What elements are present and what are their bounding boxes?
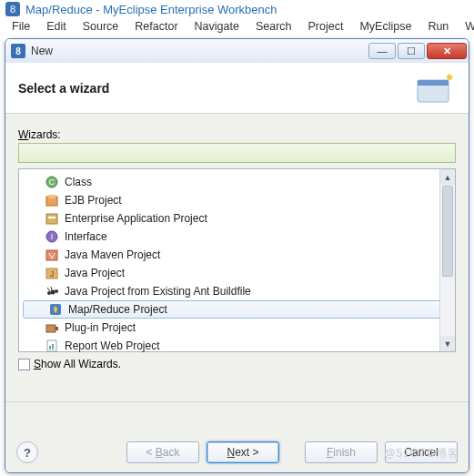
mapreduce-icon xyxy=(48,302,63,317)
class-icon: C xyxy=(45,175,59,189)
wizards-label: Wizards: xyxy=(18,128,456,141)
svg-point-17 xyxy=(51,290,55,295)
maven-icon xyxy=(45,248,59,262)
wizard-tree: CClassEJB ProjectEnterprise Application … xyxy=(18,168,456,352)
menu-search[interactable]: Search xyxy=(247,18,300,35)
java-icon: J xyxy=(45,266,59,280)
show-all-row: Show All Wizards. xyxy=(18,358,456,370)
wizard-item-label: Java Maven Project xyxy=(65,248,160,261)
menu-edit[interactable]: Edit xyxy=(38,18,75,35)
wizard-item-label: Report Web Project xyxy=(65,339,160,352)
new-wizard-dialog: 8 New — ☐ ✕ Select a wizard Wizards: CCl… xyxy=(5,38,469,473)
cancel-button[interactable]: Cancel xyxy=(385,441,458,463)
app-icon: 8 xyxy=(5,2,20,16)
menu-project[interactable]: Project xyxy=(300,18,352,35)
svg-point-18 xyxy=(55,289,58,293)
svg-point-16 xyxy=(47,291,51,295)
show-all-checkbox[interactable] xyxy=(18,359,30,370)
close-button[interactable]: ✕ xyxy=(427,43,467,59)
svg-rect-23 xyxy=(55,327,58,330)
svg-text:C: C xyxy=(49,177,55,187)
svg-line-19 xyxy=(47,288,50,291)
wizard-icon xyxy=(416,71,456,106)
wizard-item-label: Class xyxy=(65,176,92,188)
dialog-title: New xyxy=(31,45,363,57)
svg-rect-8 xyxy=(48,195,55,198)
wizard-item[interactable]: EJB Project xyxy=(19,191,455,209)
report-icon xyxy=(45,339,59,353)
ide-titlebar: 8 Map/Reduce - MyEclipse Enterprise Work… xyxy=(0,0,474,18)
plugin-icon xyxy=(45,320,59,335)
svg-rect-3 xyxy=(418,80,449,86)
scroll-up-arrow[interactable]: ▲ xyxy=(440,169,455,185)
scroll-thumb[interactable] xyxy=(442,186,453,277)
ide-title-text: Map/Reduce - MyEclipse Enterprise Workbe… xyxy=(25,3,277,16)
menu-window[interactable]: Window xyxy=(457,18,474,35)
wizard-item[interactable]: IInterface xyxy=(19,228,455,246)
back-button[interactable]: < Back xyxy=(126,441,199,463)
wizard-item-label: Java Project from Existing Ant Buildfile xyxy=(65,285,251,298)
wizard-item-label: Enterprise Application Project xyxy=(65,212,207,225)
dialog-banner: Select a wizard xyxy=(5,63,469,114)
wizard-item-label: Interface xyxy=(65,230,107,243)
scroll-down-arrow[interactable]: ▼ xyxy=(440,336,455,351)
menu-file[interactable]: File xyxy=(4,18,38,35)
wizard-item-label: Map/Reduce Project xyxy=(68,303,167,316)
wizard-item-label: Plug-in Project xyxy=(65,321,136,334)
menu-navigate[interactable]: Navigate xyxy=(187,18,247,35)
svg-text:J: J xyxy=(50,269,55,279)
wizard-item[interactable]: Java Project from Existing Ant Buildfile xyxy=(19,282,455,300)
wizard-item[interactable]: Enterprise Application Project xyxy=(19,209,455,228)
svg-rect-26 xyxy=(52,344,54,349)
svg-rect-25 xyxy=(49,346,51,349)
menu-refactor[interactable]: Refactor xyxy=(126,18,186,35)
menu-source[interactable]: Source xyxy=(75,18,127,35)
wizard-item[interactable]: Plug-in Project xyxy=(19,319,455,337)
wizard-item[interactable]: Java Maven Project xyxy=(19,246,455,264)
ant-icon xyxy=(45,284,59,299)
svg-rect-22 xyxy=(46,325,55,332)
wizard-item[interactable]: CClass xyxy=(19,173,455,191)
show-all-label[interactable]: Show All Wizards. xyxy=(34,358,121,370)
svg-text:8: 8 xyxy=(10,4,15,15)
wizard-item[interactable]: Map/Reduce Project xyxy=(23,300,451,319)
interface-icon: I xyxy=(45,229,59,244)
svg-rect-10 xyxy=(48,217,55,218)
wizard-item[interactable]: Report Web Project xyxy=(19,337,455,355)
svg-rect-9 xyxy=(46,214,57,224)
menu-run[interactable]: Run xyxy=(419,18,457,35)
wizard-filter-input[interactable] xyxy=(18,143,456,163)
wizard-item[interactable]: JJava Project xyxy=(19,264,455,282)
maximize-button[interactable]: ☐ xyxy=(398,43,425,59)
banner-title: Select a wizard xyxy=(18,81,416,96)
finish-button[interactable]: Finish xyxy=(305,441,378,463)
next-button[interactable]: Next > xyxy=(207,441,279,463)
menu-bar: File Edit Source Refactor Navigate Searc… xyxy=(0,18,474,36)
dialog-icon: 8 xyxy=(11,44,25,58)
svg-line-20 xyxy=(51,287,52,290)
help-button[interactable]: ? xyxy=(16,441,38,463)
wizard-item-label: EJB Project xyxy=(65,194,122,207)
scrollbar[interactable]: ▲ ▼ xyxy=(439,169,455,351)
separator xyxy=(5,401,469,402)
ejb-icon xyxy=(45,193,59,208)
wizard-item-label: Java Project xyxy=(65,267,125,279)
dialog-body: Wizards: CClassEJB ProjectEnterprise App… xyxy=(5,114,469,432)
button-bar: ? < Back Next > Finish Cancel xyxy=(5,432,469,472)
dialog-titlebar: 8 New — ☐ ✕ xyxy=(5,39,469,63)
menu-myeclipse[interactable]: MyEclipse xyxy=(351,18,419,35)
ear-icon xyxy=(45,211,59,226)
svg-text:I: I xyxy=(51,232,54,241)
minimize-button[interactable]: — xyxy=(368,43,396,59)
